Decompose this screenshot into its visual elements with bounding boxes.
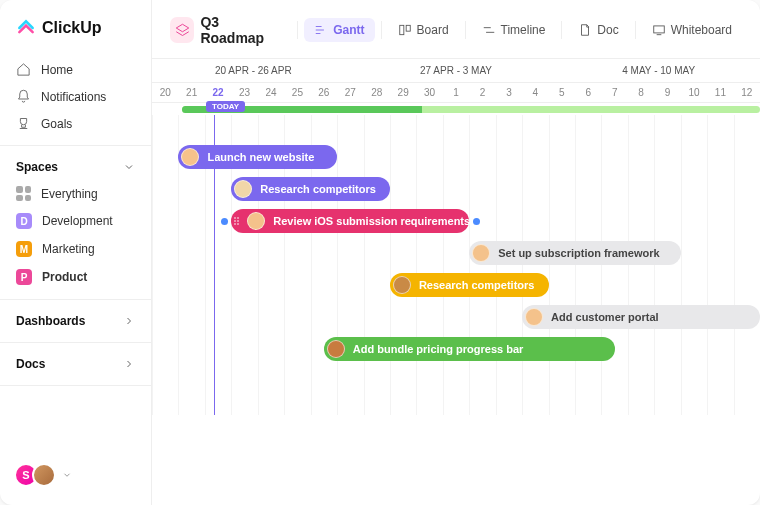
space-everything-label: Everything [41, 187, 98, 201]
avatar [181, 148, 199, 166]
day-cell: 2 [469, 83, 495, 102]
nav-home-label: Home [41, 63, 73, 77]
folder-icon [170, 17, 194, 43]
nav-goals-label: Goals [41, 117, 72, 131]
avatar [32, 463, 56, 487]
day-cell: 25 [284, 83, 310, 102]
space-product[interactable]: P Product [0, 263, 151, 291]
tab-doc[interactable]: Doc [568, 18, 628, 42]
docs-label: Docs [16, 357, 45, 371]
day-cell: 7 [601, 83, 627, 102]
task-bar[interactable]: Add customer portal [522, 305, 760, 329]
task-bar[interactable]: Research competitors [231, 177, 390, 201]
task-label: Add bundle pricing progress bar [353, 343, 524, 355]
day-cell: 22 [205, 83, 231, 102]
avatar [525, 308, 543, 326]
day-cell: 5 [549, 83, 575, 102]
tab-gantt[interactable]: Gantt [304, 18, 374, 42]
dashboards-label: Dashboards [16, 314, 85, 328]
day-cell: 10 [681, 83, 707, 102]
task-label: Research competitors [260, 183, 376, 195]
tab-board-label: Board [417, 23, 449, 37]
tab-timeline-label: Timeline [501, 23, 546, 37]
drag-handle-icon[interactable] [234, 217, 239, 225]
day-cell: 1 [443, 83, 469, 102]
day-cell: 24 [258, 83, 284, 102]
brand-logo[interactable]: ClickUp [0, 18, 151, 56]
avatar [327, 340, 345, 358]
user-avatar-stack[interactable]: S [14, 463, 72, 487]
week-label: 27 APR - 3 MAY [355, 59, 558, 82]
week-label: 20 APR - 26 APR [152, 59, 355, 82]
avatar [472, 244, 490, 262]
day-header: 2021222324252627282930123456789101112 [152, 83, 760, 103]
sidebar: ClickUp Home Notifications Goals Spaces … [0, 0, 152, 505]
nav-notifications-label: Notifications [41, 90, 106, 104]
day-cell: 4 [522, 83, 548, 102]
space-badge-m: M [16, 241, 32, 257]
main-content: Q3 Roadmap Gantt Board Timeline Doc Whit… [152, 0, 760, 505]
gantt-icon [314, 23, 328, 37]
tab-gantt-label: Gantt [333, 23, 364, 37]
avatar [393, 276, 411, 294]
timeline-icon [482, 23, 496, 37]
day-cell: 9 [654, 83, 680, 102]
brand-name: ClickUp [42, 19, 102, 37]
day-cell: 11 [707, 83, 733, 102]
chevron-down-icon [62, 470, 72, 480]
nav-notifications[interactable]: Notifications [0, 83, 151, 110]
day-cell: 28 [364, 83, 390, 102]
today-line [214, 115, 215, 415]
day-cell: 6 [575, 83, 601, 102]
day-cell: 30 [416, 83, 442, 102]
task-bar[interactable]: Launch new website [178, 145, 337, 169]
tab-timeline[interactable]: Timeline [472, 18, 556, 42]
page-header: Q3 Roadmap Gantt Board Timeline Doc Whit… [152, 0, 760, 59]
grid-icon [16, 186, 31, 201]
spaces-section-header[interactable]: Spaces [0, 154, 151, 180]
day-cell: 23 [231, 83, 257, 102]
today-indicator: TODAY [206, 101, 245, 112]
day-cell: 8 [628, 83, 654, 102]
bell-icon [16, 89, 31, 104]
dependency-dot[interactable] [221, 218, 228, 225]
docs-section-header[interactable]: Docs [0, 351, 151, 377]
week-header: 20 APR - 26 APR 27 APR - 3 MAY 4 MAY - 1… [152, 59, 760, 83]
task-bar[interactable]: Research competitors [390, 273, 549, 297]
chevron-down-icon [123, 161, 135, 173]
home-icon [16, 62, 31, 77]
avatar [234, 180, 252, 198]
svg-rect-2 [653, 26, 664, 33]
task-bar[interactable]: Add bundle pricing progress bar [324, 337, 615, 361]
task-bar[interactable]: Set up subscription framework [469, 241, 680, 265]
avatar [247, 212, 265, 230]
gantt-view: 20 APR - 26 APR 27 APR - 3 MAY 4 MAY - 1… [152, 59, 760, 505]
task-label: Add customer portal [551, 311, 659, 323]
chevron-right-icon [123, 315, 135, 327]
day-cell: 27 [337, 83, 363, 102]
day-cell: 3 [496, 83, 522, 102]
tab-whiteboard[interactable]: Whiteboard [642, 18, 742, 42]
tab-board[interactable]: Board [388, 18, 459, 42]
dashboards-section-header[interactable]: Dashboards [0, 308, 151, 334]
svg-rect-1 [406, 25, 410, 31]
svg-rect-0 [399, 25, 403, 34]
tab-whiteboard-label: Whiteboard [671, 23, 732, 37]
space-marketing[interactable]: M Marketing [0, 235, 151, 263]
space-everything[interactable]: Everything [0, 180, 151, 207]
doc-icon [578, 23, 592, 37]
nav-home[interactable]: Home [0, 56, 151, 83]
whiteboard-icon [652, 23, 666, 37]
day-cell: 20 [152, 83, 178, 102]
task-label: Launch new website [207, 151, 314, 163]
task-bar[interactable]: Review iOS submission requirements [231, 209, 469, 233]
day-cell: 29 [390, 83, 416, 102]
week-label: 4 MAY - 10 MAY [557, 59, 760, 82]
clickup-logo-icon [16, 18, 36, 38]
space-marketing-label: Marketing [42, 242, 95, 256]
space-badge-d: D [16, 213, 32, 229]
board-icon [398, 23, 412, 37]
gantt-bars: Launch new websiteResearch competitorsRe… [152, 115, 760, 415]
nav-goals[interactable]: Goals [0, 110, 151, 137]
space-development[interactable]: D Development [0, 207, 151, 235]
